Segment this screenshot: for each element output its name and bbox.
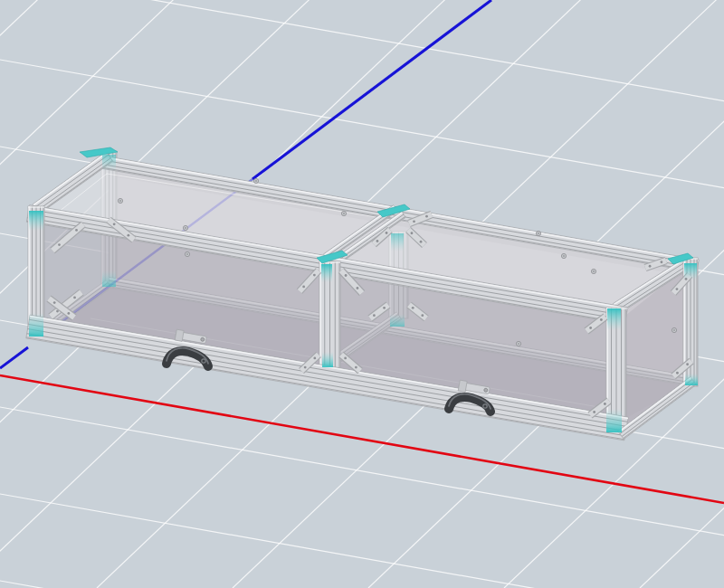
panel-screw[interactable] (185, 251, 189, 256)
teal-fr-bottom[interactable] (606, 409, 622, 432)
panel-screw[interactable] (516, 341, 520, 346)
teal-bm-top[interactable] (391, 233, 404, 251)
teal-fm-bottom[interactable] (322, 352, 333, 367)
teal-br-top[interactable] (684, 263, 697, 280)
teal-br-bottom[interactable] (685, 374, 698, 385)
panel-screw[interactable] (536, 231, 540, 235)
teal-fr-top[interactable] (607, 308, 621, 330)
panel-screw[interactable] (672, 327, 676, 332)
teal-bl-bottom[interactable] (102, 270, 116, 287)
cad-3d-viewport[interactable] (0, 0, 724, 588)
panel-screw[interactable] (183, 225, 187, 230)
extrusion-frame-enclosure-model[interactable] (26, 147, 699, 441)
teal-fl-top[interactable] (29, 211, 43, 231)
panel-screw[interactable] (561, 253, 566, 258)
scene-canvas (0, 0, 724, 588)
teal-fm-top[interactable] (321, 264, 332, 282)
teal-bm-bottom[interactable] (390, 314, 405, 327)
panel-screw[interactable] (341, 211, 346, 215)
panel-screw[interactable] (253, 178, 258, 183)
teal-fl-bottom[interactable] (29, 313, 43, 337)
teal-bl-top[interactable] (102, 155, 116, 171)
panel-screw[interactable] (591, 269, 595, 273)
panel-screw[interactable] (118, 198, 122, 203)
